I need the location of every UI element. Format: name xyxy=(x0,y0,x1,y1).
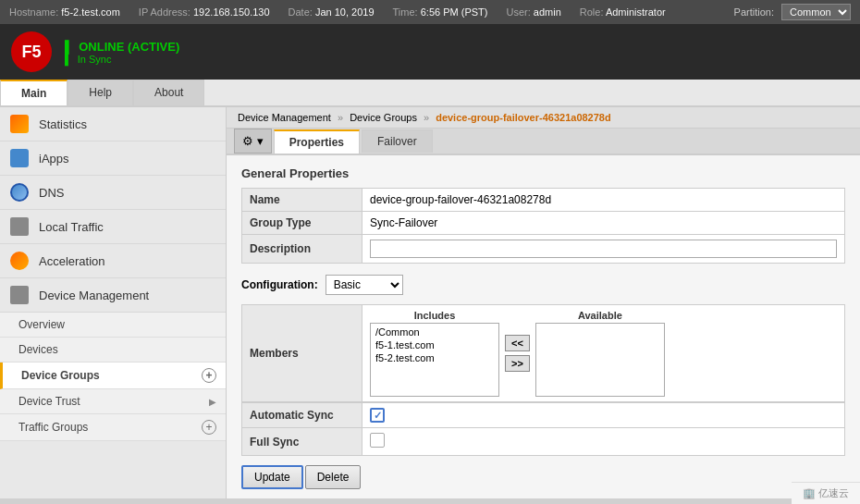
config-select[interactable]: Basic Advanced xyxy=(326,275,403,295)
automatic-sync-row: Automatic Sync ✓ xyxy=(242,403,845,428)
includes-section: Includes /Common f5-1.test.com f5-2.test… xyxy=(370,310,499,397)
date-item: Date: Jan 10, 2019 xyxy=(289,6,375,18)
includes-item-f5-1[interactable]: f5-1.test.com xyxy=(373,338,497,351)
time-item: Time: 6:56 PM (PST) xyxy=(393,6,488,18)
sidebar-label-local-traffic: Local Traffic xyxy=(39,220,104,234)
breadcrumb-device-management: Device Management xyxy=(238,112,331,123)
sidebar-item-acceleration[interactable]: Acceleration xyxy=(0,244,226,278)
automatic-sync-label: Automatic Sync xyxy=(242,403,362,428)
checkbox-table: Automatic Sync ✓ Full Sync xyxy=(241,402,845,456)
tab-help[interactable]: Help xyxy=(68,80,133,105)
full-sync-label: Full Sync xyxy=(242,428,362,456)
sidebar-label-dns: DNS xyxy=(39,186,64,200)
date-label: Date: xyxy=(289,6,313,18)
includes-item-f5-2[interactable]: f5-2.test.com xyxy=(373,351,497,364)
partition-label: Partition: xyxy=(734,6,774,18)
main-layout: Statistics iApps DNS Local Traffic Accel… xyxy=(0,107,860,498)
breadcrumb-sep-2: » xyxy=(424,112,429,123)
full-sync-row: Full Sync xyxy=(242,428,845,456)
sidebar-item-iapps[interactable]: iApps xyxy=(0,141,226,176)
tab-about[interactable]: About xyxy=(133,80,204,105)
f5-logo: F5 xyxy=(11,31,52,72)
group-type-label: Group Type xyxy=(242,212,362,235)
available-section: Available xyxy=(535,310,665,397)
description-cell xyxy=(362,235,845,264)
breadcrumb-sep-1: » xyxy=(338,112,343,123)
update-button[interactable]: Update xyxy=(241,465,303,489)
sidebar-label-acceleration: Acceleration xyxy=(39,254,105,268)
members-table: Members Includes /Common f5-1.test.com f… xyxy=(241,304,845,402)
members-label: Members xyxy=(242,305,362,402)
transfer-right-btn[interactable]: >> xyxy=(505,355,530,372)
breadcrumb-current: device-group-failover-46321a08278d xyxy=(436,112,611,123)
sidebar-item-device-management[interactable]: Device Management xyxy=(0,278,226,313)
group-type-value: Sync-Failover xyxy=(362,212,845,235)
includes-header: Includes xyxy=(370,310,499,321)
bottom-logo-text: 🏢 亿速云 xyxy=(803,487,849,498)
partition-select[interactable]: Common xyxy=(781,4,851,20)
submenu-label-traffic-groups: Traffic Groups xyxy=(18,421,88,434)
transfer-left-btn[interactable]: << xyxy=(505,335,530,351)
transfer-buttons: << >> xyxy=(505,335,530,372)
automatic-sync-cell: ✓ xyxy=(362,403,845,428)
submenu-devices[interactable]: Devices xyxy=(0,338,226,363)
configuration-row: Configuration: Basic Advanced xyxy=(241,275,845,295)
header-status: ▌ONLINE (ACTIVE) ▌In Sync xyxy=(65,40,179,65)
role-item: Role: Administrator xyxy=(580,6,666,18)
local-traffic-icon xyxy=(9,216,30,237)
submenu-traffic-groups[interactable]: Traffic Groups + xyxy=(0,414,226,441)
includes-item-common[interactable]: /Common xyxy=(373,326,497,338)
submenu-label-device-trust: Device Trust xyxy=(18,395,80,408)
delete-button[interactable]: Delete xyxy=(305,465,362,489)
content-tab-failover[interactable]: Failover xyxy=(362,129,433,153)
sidebar-item-statistics[interactable]: Statistics xyxy=(0,107,226,141)
table-row-description: Description xyxy=(242,235,845,264)
sidebar-label-iapps: iApps xyxy=(39,152,69,166)
description-input[interactable] xyxy=(370,240,837,258)
bottom-bar: 🏢 亿速云 xyxy=(792,482,860,504)
general-properties-table: Name device-group-failover-46321a08278d … xyxy=(241,188,845,264)
automatic-sync-checkbox[interactable]: ✓ xyxy=(370,408,385,423)
full-sync-cell xyxy=(362,428,845,456)
device-groups-add-icon[interactable]: + xyxy=(202,368,216,383)
top-bar-info: Hostname: f5-2.test.com IP Address: 192.… xyxy=(9,6,666,18)
header: F5 ▌ONLINE (ACTIVE) ▌In Sync xyxy=(0,24,860,80)
submenu-label-device-groups: Device Groups xyxy=(21,369,100,382)
name-value: device-group-failover-46321a08278d xyxy=(362,189,845,212)
includes-listbox[interactable]: /Common f5-1.test.com f5-2.test.com xyxy=(370,323,499,397)
submenu-device-groups[interactable]: Device Groups + xyxy=(0,363,226,389)
available-listbox[interactable] xyxy=(535,323,665,397)
sidebar-label-device-management: Device Management xyxy=(39,289,149,302)
content-tab-properties[interactable]: Properties xyxy=(274,129,360,154)
hostname-value: f5-2.test.com xyxy=(61,6,120,18)
hostname-label: Hostname: xyxy=(9,6,58,18)
tab-main[interactable]: Main xyxy=(0,80,68,105)
submenu-device-trust[interactable]: Device Trust ▶ xyxy=(0,389,226,414)
name-label: Name xyxy=(242,189,362,212)
device-trust-expand-icon: ▶ xyxy=(209,397,216,407)
sidebar-item-local-traffic[interactable]: Local Traffic xyxy=(0,210,226,244)
acceleration-icon xyxy=(9,251,30,271)
partition-section: Partition: Common xyxy=(734,4,851,20)
sidebar-item-dns[interactable]: DNS xyxy=(0,176,226,210)
ip-item: IP Address: 192.168.150.130 xyxy=(139,6,270,18)
sidebar: Statistics iApps DNS Local Traffic Accel… xyxy=(0,107,227,498)
user-value: admin xyxy=(534,6,561,18)
submenu-label-devices: Devices xyxy=(18,343,58,356)
full-sync-checkbox[interactable] xyxy=(370,433,385,448)
status-online: ▌ONLINE (ACTIVE) xyxy=(65,40,179,54)
top-bar: Hostname: f5-2.test.com IP Address: 192.… xyxy=(0,0,860,24)
nav-tabs: Main Help About xyxy=(0,80,860,107)
dns-icon xyxy=(9,182,30,203)
role-value: Administrator xyxy=(606,6,666,18)
user-label: User: xyxy=(506,6,530,18)
traffic-groups-add-icon[interactable]: + xyxy=(202,420,216,435)
breadcrumb-device-groups: Device Groups xyxy=(350,112,417,123)
form-area: General Properties Name device-group-fai… xyxy=(227,155,860,498)
section-title: General Properties xyxy=(241,166,845,180)
device-management-icon xyxy=(9,285,30,305)
gear-button[interactable]: ⚙ ▾ xyxy=(234,129,272,154)
available-header: Available xyxy=(535,310,665,321)
ip-label: IP Address: xyxy=(139,6,190,18)
submenu-overview[interactable]: Overview xyxy=(0,313,226,338)
